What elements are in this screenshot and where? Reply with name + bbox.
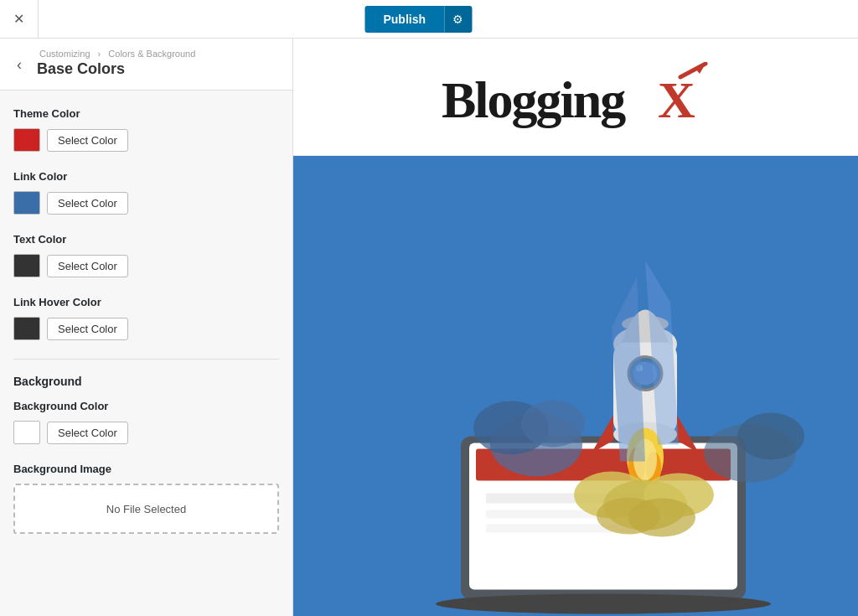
link-hover-color-swatch[interactable] <box>13 317 40 340</box>
preview-header: Blogging X <box>293 39 858 156</box>
background-color-row: Select Color <box>13 421 279 444</box>
site-logo: Blogging X <box>442 62 710 132</box>
link-color-swatch[interactable] <box>13 191 40 215</box>
background-color-swatch[interactable] <box>13 421 40 444</box>
text-color-label: Text Color <box>13 233 279 246</box>
rocket-illustration <box>293 156 858 616</box>
preview-area: Blogging X <box>293 39 858 616</box>
text-color-swatch[interactable] <box>13 254 40 277</box>
svg-point-30 <box>521 401 585 448</box>
breadcrumb-part2: Colors & Background <box>108 49 195 59</box>
link-hover-color-group: Link Hover Color Select Color <box>13 296 279 340</box>
breadcrumb: Customizing › Colors & Background <box>37 49 279 59</box>
svg-point-27 <box>628 499 695 537</box>
sidebar: ‹ Customizing › Colors & Background Base… <box>0 39 293 616</box>
gear-button[interactable]: ⚙ <box>444 6 472 33</box>
text-color-button[interactable]: Select Color <box>47 255 128 277</box>
logo-svg: Blogging X <box>442 62 710 129</box>
publish-area: Publish ⚙ <box>364 6 472 33</box>
link-color-row: Select Color <box>13 191 279 215</box>
background-section-label: Background <box>13 375 279 388</box>
svg-point-11 <box>436 594 771 614</box>
link-color-group: Link Color Select Color <box>13 170 279 215</box>
link-color-button[interactable]: Select Color <box>47 192 128 215</box>
background-image-label: Background Image <box>13 463 279 475</box>
preview-hero <box>293 156 858 616</box>
link-hover-color-button[interactable]: Select Color <box>47 318 128 340</box>
top-bar: ✕ Publish ⚙ <box>0 0 858 39</box>
back-button[interactable]: ‹ <box>10 52 28 76</box>
theme-color-label: Theme Color <box>13 107 279 120</box>
section-title: Base Colors <box>37 60 279 78</box>
publish-button[interactable]: Publish <box>364 6 444 33</box>
no-file-label: No File Selected <box>106 503 186 515</box>
breadcrumb-separator: › <box>98 49 101 59</box>
sidebar-content: Theme Color Select Color Link Color Sele… <box>0 91 292 569</box>
svg-text:X: X <box>658 71 695 128</box>
theme-color-row: Select Color <box>13 128 279 152</box>
theme-color-swatch[interactable] <box>13 128 40 152</box>
background-color-button[interactable]: Select Color <box>47 422 128 444</box>
text-color-row: Select Color <box>13 254 279 277</box>
main-layout: ‹ Customizing › Colors & Background Base… <box>0 39 858 616</box>
theme-color-group: Theme Color Select Color <box>13 107 279 152</box>
breadcrumb-part1: Customizing <box>39 49 90 59</box>
file-drop-zone[interactable]: No File Selected <box>13 484 279 534</box>
svg-point-34 <box>737 413 804 460</box>
link-hover-color-row: Select Color <box>13 317 279 340</box>
sidebar-header: ‹ Customizing › Colors & Background Base… <box>0 39 292 91</box>
background-color-label: Background Color <box>13 400 279 412</box>
svg-text:Blogging: Blogging <box>442 71 626 128</box>
link-color-label: Link Color <box>13 170 279 183</box>
close-button[interactable]: ✕ <box>0 0 39 39</box>
link-hover-color-label: Link Hover Color <box>13 296 279 308</box>
background-color-group: Background Color Select Color <box>13 400 279 444</box>
text-color-group: Text Color Select Color <box>13 233 279 277</box>
theme-color-button[interactable]: Select Color <box>47 129 128 152</box>
background-image-group: Background Image No File Selected <box>13 463 279 534</box>
divider <box>13 359 279 360</box>
